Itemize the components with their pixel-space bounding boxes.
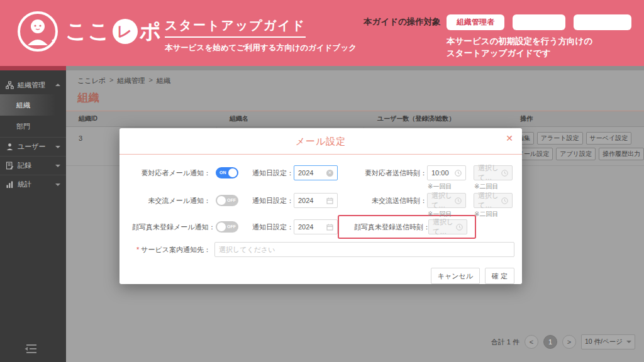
sidebar-subitem-department[interactable]: 部門 [0,116,66,137]
pagination-total: 合計 1 件 [491,337,519,347]
service-notify-input[interactable]: 選択してください [214,242,514,257]
chevron-down-icon [55,165,60,167]
mail-row-attention: 要対応者メール通知： ON 通知日設定： 2024 ✕ 要対応者送信時刻： 10… [119,165,522,181]
operation-history-export-button[interactable]: 操作履歴出力 [599,148,644,160]
cell-actions: 編集 アラート設定 サーベイ設定 メール設定 アプリ設定 操作履歴出力 [511,127,644,165]
logo-text: ここレポ [65,17,162,46]
notify-date-label: 通知日設定： [250,196,294,206]
pagination-next-button[interactable]: > [562,335,576,349]
attention-mail-label: 要対応者メール通知： [132,168,211,178]
record-form-icon [6,162,14,170]
annotation-highlight-box: 顔写真未登録送信時刻： 選択して… [338,215,476,239]
page-title-bar: 組織 [66,90,644,111]
sidebar-collapse-toggle[interactable] [24,343,38,354]
calendar-icon [326,224,333,231]
no-interaction-time-input-1: 選択して… [427,193,466,208]
sidebar-subitem-org[interactable]: 組織 [0,94,66,116]
sidebar-item-org-management[interactable]: 組織管理 [0,75,66,94]
user-icon [6,143,14,151]
no-photo-time-label: 顔写真未登録送信時刻： [354,222,428,232]
clock-icon [455,170,462,177]
page-title: 組織 [77,92,100,104]
target-description: 本サービスの初期設定を行う方向けの スタートアップガイドです [447,35,592,59]
mail-settings-modal: メール設定 ✕ 要対応者メール通知： ON 通知日設定： 2024 ✕ 要対応者… [119,128,522,284]
target-badges: 組織管理者 [447,14,631,30]
clock-icon [501,197,508,204]
target-badge-empty-1 [513,14,565,30]
no-interaction-date-input[interactable]: 2024 [294,193,338,208]
no-interaction-mail-toggle[interactable]: OFF [216,195,238,206]
confirm-button[interactable]: 確 定 [485,268,514,284]
attention-mail-toggle[interactable]: ON [216,167,238,178]
second-time-note: ※二回目 [474,210,498,219]
pagination: 合計 1 件 < 1 > 10 件/ページ [491,334,635,349]
guide-heading: スタートアップガイド 本サービスを始めてご利用する方向けのガイドブック [165,17,357,53]
no-photo-date-input[interactable]: 2024 [294,219,338,234]
target-badge-empty-2 [574,14,631,30]
column-header-user-count: ユーザー数（登録済/総数） [365,114,513,123]
header-divider-strip [66,66,644,70]
mail-row-no-interaction: 未交流メール通知： OFF 通知日設定： 2024 未交流送信時刻： 選択して…… [119,192,522,209]
sidebar-item-statistics[interactable]: 統計 [0,175,66,194]
clock-icon [456,224,463,231]
notify-date-label: 通知日設定： [250,222,294,232]
sidebar-item-users[interactable]: ユーザー [0,137,66,156]
sidebar: 組織管理 組織 部門 ユーザー 記録 [0,70,66,362]
no-interaction-time-input-2: 選択して… [474,193,513,208]
table-header-row: 組織ID 組織名 ユーザー数（登録済/総数） 操作 [66,111,644,127]
modal-footer: キャンセル 確 定 [119,258,522,284]
attention-time-input-1[interactable]: 10:00 [427,165,466,180]
attention-time-input-2: 選択して… [474,165,513,180]
org-chart-icon [6,81,14,89]
breadcrumb-home[interactable]: ここレポ [77,76,106,85]
no-photo-time-input: 選択して… [428,219,467,234]
column-header-org-id: 組織ID [66,114,217,123]
modal-title: メール設定 [119,128,522,148]
app-settings-button[interactable]: アプリ設定 [556,148,596,160]
column-header-actions: 操作 [513,114,644,123]
app-logo: ここレポ [15,9,162,54]
breadcrumb: ここレポ > 組織管理 > 組織 [66,70,644,85]
guide-target-label: 本ガイドの操作対象 [364,16,441,28]
service-notify-row: * サービス案内通知先： 選択してください [119,241,522,258]
chevron-down-icon [55,146,60,148]
no-photo-mail-label: 顔写真未登録メール通知： [132,222,211,232]
first-time-note: ※一回目 [428,182,452,191]
chevron-up-icon [55,84,60,86]
notify-date-label: 通知日設定： [250,168,294,178]
second-time-note: ※二回目 [474,182,498,191]
attention-time-label: 要対応者送信時刻： [353,168,427,178]
clear-circle-icon[interactable]: ✕ [326,170,333,177]
chevron-down-icon [55,184,60,186]
sidebar-item-records[interactable]: 記録 [0,156,66,175]
modal-title-divider [119,154,522,155]
mascot-logo-icon [15,9,60,54]
no-interaction-mail-label: 未交流メール通知： [132,196,211,206]
close-icon[interactable]: ✕ [506,134,513,143]
mail-row-no-photo: 顔写真未登録メール通知： OFF 通知日設定： 2024 顔写真未登録送信時刻：… [119,219,522,235]
target-badge-org-admin: 組織管理者 [447,14,504,30]
header-accent-strip [0,66,66,70]
bar-chart-icon [6,180,14,189]
column-header-org-name: 組織名 [217,114,365,123]
alert-settings-button[interactable]: アラート設定 [537,132,583,145]
logo-circle-char: レ [113,19,138,44]
clock-icon [501,170,508,177]
breadcrumb-org[interactable]: 組織 [157,76,170,85]
no-photo-mail-toggle[interactable]: OFF [216,221,238,233]
pagination-prev-button[interactable]: < [525,335,538,349]
guide-subtitle: 本サービスを始めてご利用する方向けのガイドブック [165,43,357,53]
cancel-button[interactable]: キャンセル [431,268,480,284]
chevron-down-icon [626,341,631,343]
breadcrumb-org-management[interactable]: 組織管理 [117,76,145,85]
page-size-select[interactable]: 10 件/ページ [581,334,635,349]
pagination-page-1[interactable]: 1 [543,335,557,349]
attention-date-input[interactable]: 2024 ✕ [294,165,338,180]
survey-settings-button[interactable]: サーベイ設定 [586,132,632,145]
header-banner: ここレポ スタートアップガイド 本サービスを始めてご利用する方向けのガイドブック… [0,0,644,66]
calendar-icon [326,197,333,204]
no-interaction-time-label: 未交流送信時刻： [353,196,427,206]
clock-icon [455,197,462,204]
service-notify-label: * サービス案内通知先： [132,245,211,255]
guide-title: スタートアップガイド [165,17,306,38]
